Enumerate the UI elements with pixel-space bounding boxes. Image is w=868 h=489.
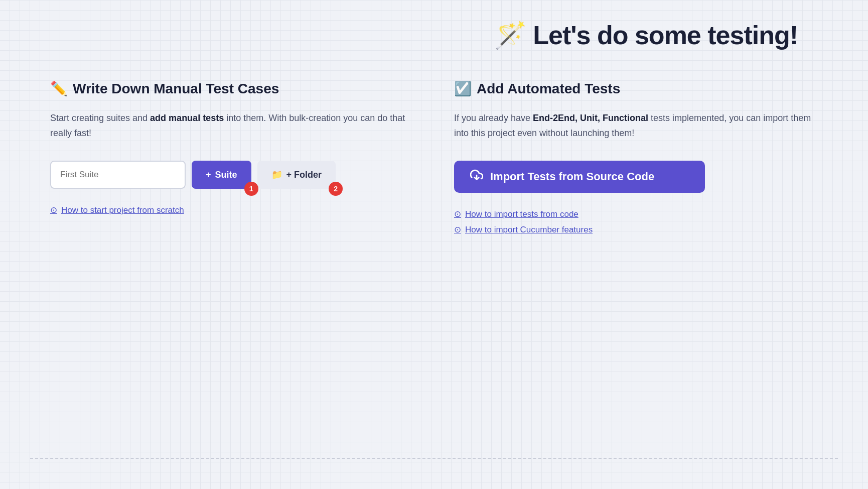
folder-icon: 📁: [271, 169, 282, 180]
automated-tests-title: Add Automated Tests: [477, 81, 620, 97]
bottom-divider: [30, 458, 838, 459]
automated-tests-heading: ☑️ Add Automated Tests: [454, 80, 818, 97]
help-circle-icon-1: ⊙: [454, 209, 461, 219]
import-button-label: Import Tests from Source Code: [490, 170, 654, 183]
import-code-help-link[interactable]: ⊙ How to import tests from code: [454, 209, 818, 219]
suite-button-label: Suite: [215, 170, 237, 180]
folder-badge: 2: [329, 182, 343, 196]
import-cucumber-help-link[interactable]: ⊙ How to import Cucumber features: [454, 224, 818, 235]
suite-badge: 1: [244, 182, 258, 196]
import-code-help-label: How to import tests from code: [465, 209, 578, 219]
header-title: 🪄 Let's do some testing!: [494, 20, 798, 50]
manual-tests-title: Write Down Manual Test Cases: [73, 81, 279, 97]
folder-button-label: + Folder: [286, 170, 322, 180]
add-folder-button[interactable]: 📁 + Folder 2: [257, 161, 336, 189]
main-container: 🪄 Let's do some testing! ✏️ Write Down M…: [0, 0, 868, 489]
suite-name-input[interactable]: [50, 161, 186, 189]
import-icon: [470, 169, 483, 185]
help-circle-icon: ⊙: [50, 205, 57, 215]
manual-tests-description: Start creating suites and add manual tes…: [50, 111, 414, 141]
suite-action-row: + Suite 1 📁 + Folder 2: [50, 161, 414, 189]
automated-tests-column: ☑️ Add Automated Tests If you already ha…: [454, 80, 818, 235]
page-title: Let's do some testing!: [533, 20, 798, 50]
wand-icon: 🪄: [494, 22, 527, 48]
help-circle-icon-2: ⊙: [454, 224, 461, 235]
automated-tests-description: If you already have End-2End, Unit, Func…: [454, 111, 818, 141]
scratch-help-link[interactable]: ⊙ How to start project from scratch: [50, 205, 414, 215]
manual-tests-heading: ✏️ Write Down Manual Test Cases: [50, 80, 414, 97]
header: 🪄 Let's do some testing!: [30, 20, 838, 50]
automated-help-links: ⊙ How to import tests from code ⊙ How to…: [454, 209, 818, 235]
columns-layout: ✏️ Write Down Manual Test Cases Start cr…: [30, 80, 838, 235]
plus-icon: +: [206, 170, 211, 180]
checkmark-icon: ☑️: [454, 80, 472, 97]
manual-tests-column: ✏️ Write Down Manual Test Cases Start cr…: [50, 80, 414, 235]
add-suite-button[interactable]: + Suite 1: [192, 161, 251, 189]
pencil-icon: ✏️: [50, 80, 68, 97]
import-tests-button[interactable]: Import Tests from Source Code: [454, 161, 705, 193]
manual-help-links: ⊙ How to start project from scratch: [50, 205, 414, 215]
import-cucumber-help-label: How to import Cucumber features: [465, 225, 593, 235]
scratch-help-link-label: How to start project from scratch: [61, 205, 184, 215]
